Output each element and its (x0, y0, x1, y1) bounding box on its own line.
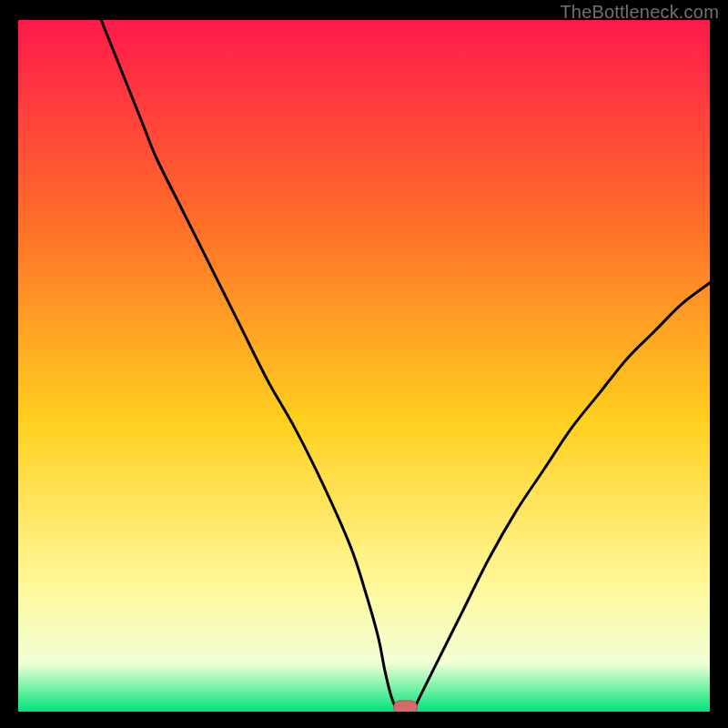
plot-area (18, 20, 710, 712)
gradient-background (18, 20, 710, 712)
chart-frame: TheBottleneck.com (0, 0, 728, 728)
optimum-marker (394, 701, 418, 712)
chart-svg (18, 20, 710, 712)
watermark-text: TheBottleneck.com (560, 2, 719, 23)
